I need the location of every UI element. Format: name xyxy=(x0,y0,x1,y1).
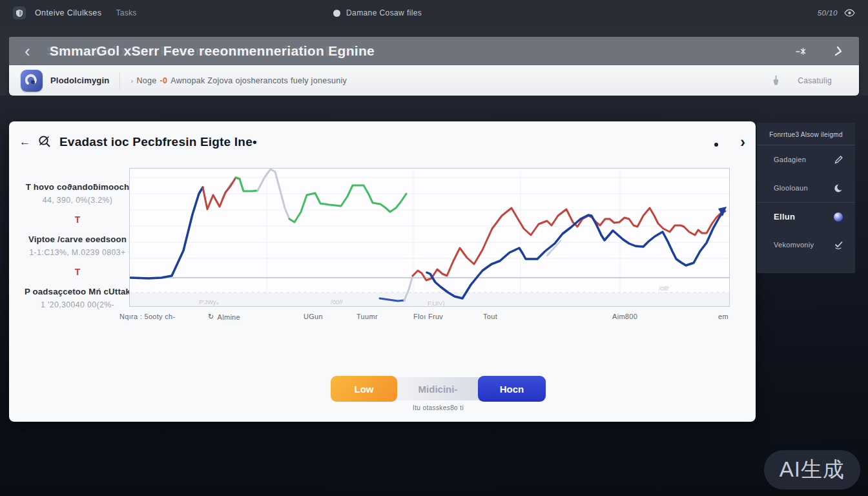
title-bar: ‹ SmmarGol xSerr Feve reeonmenneriation … xyxy=(9,37,859,65)
chart-inner-label: /00// xyxy=(331,298,343,305)
toggle-caption: Itu otasskes8o ti xyxy=(331,404,546,411)
side-panel: Fonrrtue3 Alsow ileigmd Gadagien Glooloa… xyxy=(757,123,855,273)
divider xyxy=(119,72,120,89)
page-title: SmmarGol xSerr Feve reeonmenneriation Eg… xyxy=(50,43,375,59)
app-logo-icon xyxy=(21,70,43,92)
overflow-dot-icon[interactable] xyxy=(714,143,718,147)
level-toggle: Low Midicini- Hocn xyxy=(331,376,546,402)
stat-label: P oadsaçcetoo Mń cUttak xyxy=(22,287,133,296)
stat-value: 44, 390, 0%(3.2%) xyxy=(22,196,133,205)
shield-logo-icon xyxy=(13,6,26,19)
breadcrumb-arrow: › xyxy=(130,77,133,85)
top-bar: Onteive Cilulkses Tasks Damane Cosaw fil… xyxy=(0,0,868,26)
sphere-icon xyxy=(833,212,843,222)
stat-label: T hovo coϑandoƃimooch xyxy=(22,182,133,192)
chart-inner-label: /0lll' xyxy=(659,285,669,292)
side-panel-item-glooloaun[interactable]: Glooloaun xyxy=(757,174,855,202)
stat-marker: T xyxy=(22,214,133,225)
eye-icon[interactable] xyxy=(844,9,855,17)
stats-column: T hovo coϑandoƃimooch 44, 390, 0%(3.2%) … xyxy=(22,182,133,309)
stat-value: 1 '20,30040 00(2%- xyxy=(22,300,133,309)
x-axis-label: Aim800 xyxy=(612,313,637,320)
side-panel-item-ellun[interactable]: Ellun xyxy=(757,202,855,231)
nav-item-tasks[interactable]: Tasks xyxy=(116,8,136,17)
card-title: Evadast ioc Pecbfresin Eigte Ine• xyxy=(59,135,257,149)
breadcrumb-highlight: -0 xyxy=(160,76,168,85)
x-axis-label: Tout xyxy=(483,313,497,320)
pencil-icon xyxy=(834,155,843,165)
ai-watermark-badge: AI生成 xyxy=(764,450,860,490)
view-counter: 50/10 xyxy=(818,9,838,17)
next-chevron-icon[interactable]: › xyxy=(740,135,745,150)
toggle-medium-button[interactable]: Midicini- xyxy=(394,377,482,400)
stat-marker: T xyxy=(22,267,133,277)
toggle-high-button[interactable]: Hocn xyxy=(478,376,546,402)
breadcrumb-segment: Noge xyxy=(136,76,156,85)
back-chevron-icon[interactable]: ‹ xyxy=(25,43,30,59)
card-back-arrow-icon[interactable]: ← xyxy=(19,136,30,147)
x-axis-label: Nqıra : 5ooty ch- xyxy=(119,313,175,320)
stat-label: Viptoe /carve eoedsoon xyxy=(22,234,133,244)
brush-icon[interactable] xyxy=(771,75,781,86)
x-axis-label: Tuumr xyxy=(356,313,378,320)
side-panel-item-label: Vekomvoniy xyxy=(774,241,814,249)
toggle-low-button[interactable]: Low xyxy=(331,376,397,402)
status-dot-icon xyxy=(333,10,340,17)
side-panel-item-label: Ellun xyxy=(774,212,795,222)
redo-chevron-icon[interactable] xyxy=(833,46,843,57)
side-panel-item-gadagien[interactable]: Gadagien xyxy=(757,145,855,174)
line-chart: P'JWy₄/00//F.UIV)/0lll' xyxy=(129,168,730,307)
chart-inner-label: P'JWy₄ xyxy=(199,298,219,305)
chart-inner-label: F.UIV) xyxy=(428,300,444,307)
lens-slash-icon xyxy=(37,134,52,149)
top-center-status: Damane Cosaw files xyxy=(333,0,422,26)
brand-label: Onteive Cilulkses xyxy=(35,8,101,17)
chart-card: ← Evadast ioc Pecbfresin Eigte Ine• › T … xyxy=(9,121,756,422)
x-axis-labels: Nqıra : 5ooty ch-↻AlmineUGunTuumrFloı Fr… xyxy=(9,313,756,324)
breadcrumb: › Noge -0 Awnopak Zojova ojosherancots f… xyxy=(130,76,347,85)
side-panel-item-label: Glooloaun xyxy=(774,184,808,192)
app-window: Onteive Cilulkses Tasks Damane Cosaw fil… xyxy=(0,0,868,496)
top-center-label: Damane Cosaw files xyxy=(346,8,422,17)
x-axis-label: ↻Almine xyxy=(208,313,240,321)
top-right-group: 50/10 xyxy=(818,9,855,17)
x-axis-label: em xyxy=(718,313,728,320)
sub-header: Plodolcimygin › Noge -0 Awnopak Zojova o… xyxy=(9,65,859,96)
x-axis-label: Floı Fruv xyxy=(413,313,443,320)
moon-icon xyxy=(834,183,843,193)
x-axis-label: UGun xyxy=(304,313,323,320)
pin-slash-icon[interactable] xyxy=(795,46,807,57)
breadcrumb-segment: Awnopak Zojova ojosherancots fuely jones… xyxy=(170,76,347,85)
action-label[interactable]: Casatulig xyxy=(798,76,832,85)
check-icon xyxy=(833,240,843,250)
refresh-icon: ↻ xyxy=(208,313,214,321)
app-name: Plodolcimygin xyxy=(50,76,109,85)
side-panel-item-label: Gadagien xyxy=(774,156,806,163)
stat-value: 1-1:C13%, M.0239 0803+ xyxy=(22,248,133,257)
side-panel-header: Fonrrtue3 Alsow ileigmd xyxy=(757,123,855,145)
side-panel-item-vekomvoniy[interactable]: Vekomvoniy xyxy=(757,231,855,259)
